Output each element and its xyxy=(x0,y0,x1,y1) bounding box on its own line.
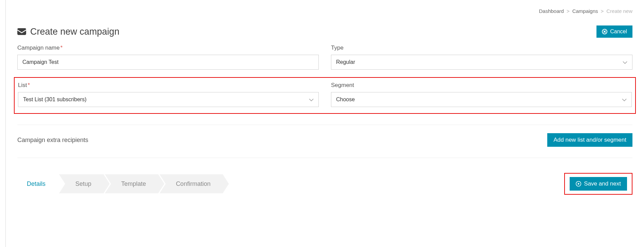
save-next-label: Save and next xyxy=(584,180,621,187)
list-segment-highlight: List* Test List (301 subscribers) Segmen… xyxy=(14,77,636,114)
chevron-right-icon: > xyxy=(567,8,570,14)
cancel-circle-icon xyxy=(602,29,607,34)
segment-label: Segment xyxy=(331,82,632,89)
extra-recipients-label: Campaign extra recipients xyxy=(17,137,88,144)
page-title: Create new campaign xyxy=(17,27,119,37)
add-list-segment-button[interactable]: Add new list and/or segment xyxy=(547,133,632,147)
segment-field: Segment Choose xyxy=(331,82,632,107)
step-confirmation[interactable]: Confirmation xyxy=(160,174,223,193)
chevron-down-icon xyxy=(623,59,627,65)
cancel-button[interactable]: Cancel xyxy=(596,25,632,38)
type-label: Type xyxy=(331,45,632,51)
breadcrumb-current: Create new xyxy=(606,8,632,14)
page-title-text: Create new campaign xyxy=(30,27,119,37)
chevron-right-icon: > xyxy=(601,8,604,14)
divider xyxy=(17,158,632,158)
divider xyxy=(17,125,632,125)
campaign-name-input[interactable] xyxy=(17,55,319,70)
required-asterisk: * xyxy=(60,45,63,51)
cancel-button-label: Cancel xyxy=(610,29,627,35)
breadcrumb-dashboard[interactable]: Dashboard xyxy=(539,8,564,14)
campaign-name-field: Campaign name* xyxy=(17,45,319,70)
save-next-button[interactable]: Save and next xyxy=(570,177,627,191)
type-select[interactable]: Regular xyxy=(331,55,632,70)
campaign-name-label: Campaign name* xyxy=(17,45,319,51)
save-next-highlight: Save and next xyxy=(564,173,632,195)
play-circle-icon xyxy=(576,181,581,187)
required-asterisk: * xyxy=(27,82,30,88)
envelope-icon xyxy=(17,28,26,35)
chevron-down-icon xyxy=(309,96,314,103)
wizard-steps: Details Setup Template Confirmation xyxy=(17,174,224,193)
chevron-down-icon xyxy=(622,96,627,103)
step-details[interactable]: Details xyxy=(17,174,58,193)
step-label: Template xyxy=(121,180,146,188)
segment-select-value: Choose xyxy=(336,96,355,103)
type-select-value: Regular xyxy=(336,59,355,65)
step-label: Setup xyxy=(75,180,91,188)
type-field: Type Regular xyxy=(331,45,632,70)
breadcrumb: Dashboard > Campaigns > Create new xyxy=(17,0,632,16)
add-list-segment-label: Add new list and/or segment xyxy=(553,137,626,143)
list-select-value: Test List (301 subscribers) xyxy=(23,96,87,103)
list-label: List* xyxy=(18,82,319,89)
step-setup[interactable]: Setup xyxy=(59,174,104,193)
list-field: List* Test List (301 subscribers) xyxy=(18,82,319,107)
list-label-text: List xyxy=(18,82,27,88)
campaign-name-label-text: Campaign name xyxy=(17,45,60,51)
step-label: Confirmation xyxy=(176,180,210,188)
step-label: Details xyxy=(27,180,45,188)
list-select[interactable]: Test List (301 subscribers) xyxy=(18,92,319,107)
segment-select[interactable]: Choose xyxy=(331,92,632,107)
breadcrumb-campaigns[interactable]: Campaigns xyxy=(572,8,598,14)
step-template[interactable]: Template xyxy=(105,174,158,193)
